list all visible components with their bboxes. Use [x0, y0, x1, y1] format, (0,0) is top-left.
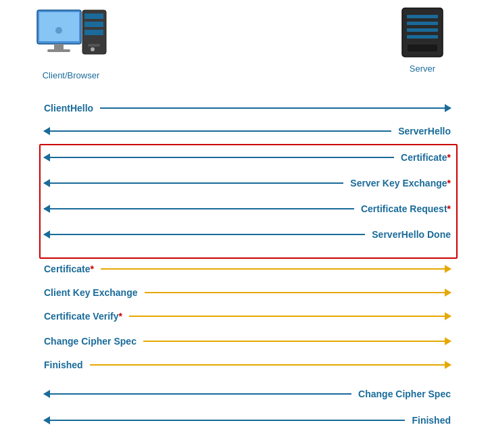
certificate2-row: Certificate*	[44, 264, 451, 274]
server-label: Server	[389, 64, 456, 74]
svg-point-4	[55, 27, 62, 34]
finished1-row: Finished	[44, 359, 451, 370]
server-hello-done-arrow	[44, 234, 365, 235]
client-icon: Client/Browser	[27, 7, 115, 80]
svg-rect-1	[39, 12, 79, 41]
client-hello-arrow	[100, 107, 451, 109]
svg-rect-6	[84, 14, 103, 19]
certificate2-arrow	[101, 268, 451, 270]
server-key-exchange-row: Server Key Exchange*	[44, 178, 451, 189]
svg-rect-18	[407, 44, 438, 52]
finished2-arrow	[44, 420, 405, 421]
change-cipher-spec1-row: Change Cipher Spec	[44, 336, 451, 347]
svg-rect-15	[407, 35, 438, 39]
svg-rect-14	[407, 28, 438, 32]
certificate-label: Certificate*	[401, 152, 451, 163]
change-cipher-spec2-arrow	[44, 393, 351, 395]
change-cipher-spec1-label: Change Cipher Spec	[44, 336, 137, 347]
svg-rect-8	[84, 30, 103, 35]
client-hello-label: ClientHello	[44, 103, 93, 114]
finished2-row: Finished	[44, 415, 451, 426]
server-hello-arrow	[44, 130, 391, 132]
client-hello-row: ClientHello	[44, 103, 451, 114]
certificate-request-arrow	[44, 208, 354, 209]
certificate-arrow	[44, 157, 394, 158]
svg-rect-13	[407, 22, 438, 25]
server-hello-done-label: ServerHello Done	[372, 229, 451, 240]
certificate-verify-label: Certificate Verify*	[44, 311, 122, 322]
certificate-row: Certificate*	[44, 152, 451, 163]
server-key-exchange-arrow	[44, 182, 343, 184]
certificate-request-label: Certificate Request*	[361, 203, 451, 214]
finished1-label: Finished	[44, 359, 83, 370]
finished1-arrow	[90, 364, 451, 366]
server-key-exchange-label: Server Key Exchange*	[350, 178, 451, 189]
server-hello-row: ServerHello	[44, 126, 451, 136]
finished2-label: Finished	[412, 415, 451, 426]
svg-rect-3	[47, 49, 70, 52]
certificate-verify-row: Certificate Verify*	[44, 311, 451, 322]
server-hello-done-row: ServerHello Done	[44, 229, 451, 240]
svg-point-10	[91, 47, 95, 51]
certificate-request-row: Certificate Request*	[44, 203, 451, 214]
svg-rect-9	[88, 44, 100, 47]
server-hello-label: ServerHello	[398, 126, 451, 136]
change-cipher-spec2-label: Change Cipher Spec	[358, 389, 451, 399]
client-key-exchange-arrow	[145, 292, 451, 293]
svg-rect-7	[84, 22, 103, 27]
tls-handshake-diagram: Client/Browser Server ClientHello Ser	[0, 0, 490, 448]
client-key-exchange-label: Client Key Exchange	[44, 287, 138, 298]
change-cipher-spec2-row: Change Cipher Spec	[44, 389, 451, 399]
server-icon: Server	[389, 7, 456, 74]
client-label: Client/Browser	[27, 70, 115, 80]
svg-rect-12	[407, 15, 438, 18]
certificate2-label: Certificate*	[44, 264, 94, 274]
client-key-exchange-row: Client Key Exchange	[44, 287, 451, 298]
change-cipher-spec1-arrow	[143, 341, 451, 342]
certificate-verify-arrow	[129, 316, 451, 317]
